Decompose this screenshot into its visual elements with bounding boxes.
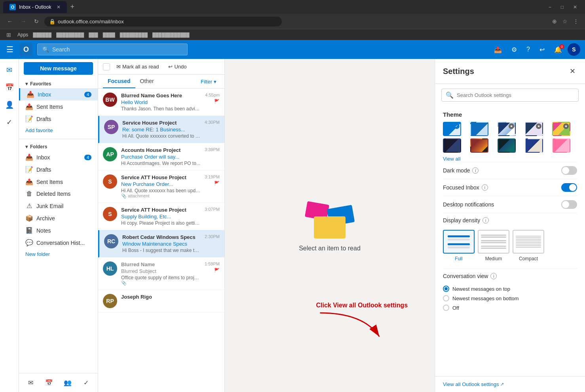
- conv-off-option[interactable]: Off: [443, 305, 519, 311]
- email-item[interactable]: RP Joseph Rigo: [98, 290, 224, 312]
- density-full-option[interactable]: Full: [443, 230, 475, 261]
- conversation-view-info-icon[interactable]: i: [490, 273, 497, 279]
- mail-nav-button[interactable]: ✉: [22, 377, 39, 389]
- win-maximize-button[interactable]: □: [556, 3, 568, 11]
- undo-button[interactable]: ↩ Undo: [165, 62, 190, 71]
- view-all-settings-link[interactable]: View all Outlook settings ↗: [443, 381, 577, 387]
- settings-close-button[interactable]: ✕: [568, 65, 577, 77]
- sidebar-item-folders-drafts[interactable]: 📝 Drafts: [19, 163, 98, 176]
- refresh-button[interactable]: ↻: [32, 17, 41, 26]
- sidebar-item-folders-archive[interactable]: 📦 Archive: [19, 212, 98, 224]
- rail-tasks-button[interactable]: ✓: [2, 114, 17, 130]
- conv-newest-top-option[interactable]: Newest messages on top: [443, 286, 519, 292]
- filter-button[interactable]: Filter ▾: [198, 75, 220, 88]
- sidebar-item-folders-deleted[interactable]: 🗑 Deleted Items: [19, 188, 98, 200]
- display-density-info-icon[interactable]: i: [482, 217, 489, 223]
- folders-deleted-label: Deleted Items: [36, 191, 70, 197]
- email-item[interactable]: RC Robert Cedar Windows Specs Window Mai…: [98, 230, 224, 258]
- theme-swatch-3[interactable]: ★: [498, 122, 516, 136]
- search-box[interactable]: 🔍 Search: [37, 44, 188, 55]
- other-tab[interactable]: Other: [135, 75, 159, 88]
- user-avatar-header[interactable]: S: [568, 43, 580, 56]
- email-item[interactable]: HL Blurred Name Blurred Subject Office q…: [98, 258, 224, 290]
- sidebar-item-sent-items[interactable]: 📤 Sent Items: [19, 100, 98, 113]
- theme-swatch-8[interactable]: [498, 138, 516, 153]
- apps-grid-icon[interactable]: ⊞: [5, 30, 13, 40]
- sidebar-item-conversation-history[interactable]: 💬 Conversation Hist...: [19, 237, 98, 249]
- win-minimize-button[interactable]: −: [544, 3, 556, 11]
- rail-calendar-button[interactable]: 📅: [2, 80, 17, 95]
- bookmark-1[interactable]: ██████: [33, 32, 51, 37]
- win-close-button[interactable]: ✕: [568, 3, 582, 11]
- focused-inbox-toggle[interactable]: [561, 183, 577, 192]
- extensions-icon[interactable]: ⊕: [551, 17, 558, 26]
- reply-button[interactable]: ↩: [536, 44, 549, 56]
- conv-newest-bottom-option[interactable]: Newest messages on bottom: [443, 295, 519, 301]
- email-item[interactable]: SP Service House Project Re: some RE: 1 …: [98, 116, 224, 143]
- email-item[interactable]: BW Blurred Name Goes Here Hello World Th…: [98, 89, 224, 116]
- tasks-nav-button[interactable]: ✓: [78, 377, 95, 389]
- browser-settings-icon[interactable]: ⋮: [572, 17, 580, 26]
- theme-swatch-2[interactable]: [470, 122, 488, 136]
- theme-swatch-1[interactable]: ✓: [443, 122, 461, 136]
- sidebar-item-folders-sent[interactable]: 📤 Sent Items: [19, 176, 98, 188]
- email-item[interactable]: S Service ATT House Project New Purchase…: [98, 170, 224, 203]
- sidebar-item-inbox[interactable]: 📥 Inbox 4: [19, 88, 98, 100]
- theme-swatch-5[interactable]: ★: [552, 122, 570, 136]
- dark-mode-info-icon[interactable]: i: [472, 167, 479, 174]
- avatar: BW: [103, 93, 117, 107]
- settings-search-box[interactable]: 🔍: [441, 89, 579, 102]
- new-folder-button[interactable]: New folder: [19, 249, 98, 259]
- add-favorite-button[interactable]: Add favorite: [19, 125, 98, 136]
- browser-tab-active[interactable]: O Inbox - Outlook ✕: [3, 1, 67, 13]
- calendar-nav-button[interactable]: 📅: [41, 377, 58, 389]
- bookmark-2[interactable]: █████████: [56, 32, 84, 37]
- address-bar[interactable]: 🔒 outlook.office.com/mail/inbox: [44, 17, 282, 27]
- view-all-themes-link[interactable]: View all: [443, 156, 577, 162]
- favorites-section-header[interactable]: ▾ Favorites: [19, 80, 98, 88]
- new-tab-button[interactable]: +: [70, 3, 74, 11]
- sidebar-item-drafts[interactable]: 📝 Drafts: [19, 113, 98, 125]
- rail-mail-button[interactable]: ✉: [2, 62, 17, 78]
- sent-items-label: Sent Items: [36, 104, 63, 110]
- select-all-checkbox[interactable]: [103, 63, 110, 70]
- bookmark-6[interactable]: ████████████: [152, 32, 190, 37]
- forward-button[interactable]: →: [18, 17, 28, 26]
- theme-swatch-4[interactable]: ★: [525, 122, 543, 136]
- hamburger-menu-button[interactable]: ☰: [5, 43, 15, 56]
- avatar: SP: [104, 120, 118, 134]
- sidebar-item-folders-inbox[interactable]: 📥 Inbox 4: [19, 151, 98, 163]
- new-message-button[interactable]: New message: [24, 62, 93, 75]
- settings-gear-button[interactable]: ⚙: [507, 44, 521, 56]
- bookmark-4[interactable]: ████: [103, 32, 115, 37]
- email-item[interactable]: S Service ATT House Project Supply Build…: [98, 203, 224, 230]
- dark-mode-toggle[interactable]: [561, 166, 577, 175]
- theme-swatch-9[interactable]: [525, 138, 543, 153]
- new-message-icon-button[interactable]: 📤: [490, 44, 506, 56]
- bookmark-icon[interactable]: ☆: [561, 17, 569, 26]
- theme-swatch-6[interactable]: [443, 138, 461, 153]
- rail-people-button[interactable]: 👤: [2, 97, 17, 113]
- bookmark-3[interactable]: ███: [89, 32, 98, 37]
- outlook-logo[interactable]: O: [20, 43, 32, 56]
- notification-bell-button[interactable]: 🔔 0: [550, 44, 566, 56]
- focused-inbox-info-icon[interactable]: i: [482, 184, 488, 191]
- people-nav-button[interactable]: 👥: [59, 377, 76, 389]
- theme-swatch-7[interactable]: [470, 138, 488, 153]
- density-medium-option[interactable]: Medium: [478, 230, 509, 261]
- email-item[interactable]: AP Accounts House Project Purchase Order…: [98, 143, 224, 170]
- help-button[interactable]: ?: [522, 44, 534, 55]
- focused-tab[interactable]: Focused: [103, 75, 135, 88]
- sidebar-item-folders-junk[interactable]: ⚠ Junk Email: [19, 200, 98, 212]
- sidebar-item-folders-notes[interactable]: 📓 Notes: [19, 224, 98, 237]
- folders-section-header[interactable]: ▾ Folders: [19, 142, 98, 151]
- density-compact-option[interactable]: Compact: [513, 230, 544, 261]
- folders-notes-icon: 📓: [25, 227, 33, 234]
- theme-swatch-10[interactable]: [552, 138, 570, 153]
- mark-all-read-button[interactable]: ✉ Mark all as read: [113, 62, 162, 71]
- back-button[interactable]: ←: [5, 17, 15, 26]
- tab-close-icon[interactable]: ✕: [57, 4, 61, 10]
- bookmark-5[interactable]: █████████: [120, 32, 148, 37]
- desktop-notifications-toggle[interactable]: [561, 200, 577, 209]
- settings-search-input[interactable]: [457, 92, 574, 98]
